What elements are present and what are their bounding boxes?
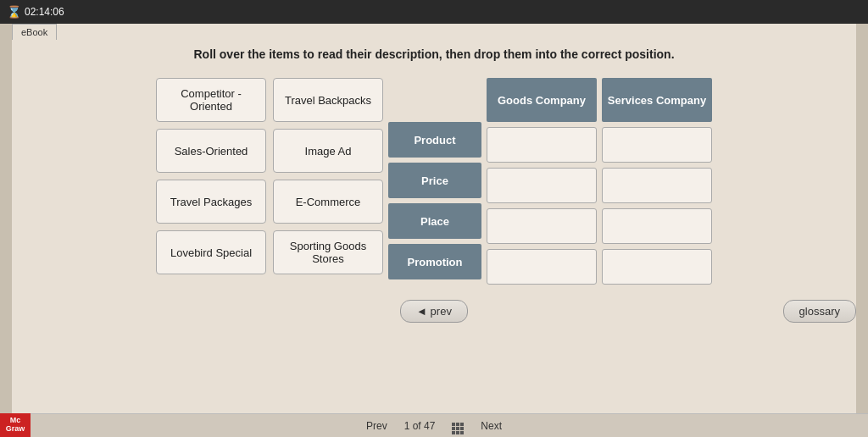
label-product: Product xyxy=(388,122,481,158)
drop-col-services: Services Company xyxy=(602,78,712,285)
drag-drop-area: Competitor - Oriented Sales-Oriented Tra… xyxy=(12,78,856,285)
drop-zone-goods-promotion[interactable] xyxy=(487,249,597,285)
source-item-e-commerce[interactable]: E-Commerce xyxy=(273,180,383,224)
drop-zone-services-place[interactable] xyxy=(602,208,712,244)
browser-next[interactable]: Next xyxy=(481,420,502,432)
drop-zone-services-product[interactable] xyxy=(602,127,712,163)
grid-icon-area xyxy=(452,417,464,434)
source-item-sporting-goods-stores[interactable]: Sporting Goods Stores xyxy=(273,230,383,274)
main-content: eBook Roll over the items to read their … xyxy=(12,24,856,413)
label-header-spacer xyxy=(388,78,481,122)
source-item-travel-backpacks[interactable]: Travel Backpacks xyxy=(273,78,383,122)
drop-zone-services-price[interactable] xyxy=(602,168,712,203)
label-price: Price xyxy=(388,163,481,198)
prev-button[interactable]: ◄ prev xyxy=(400,300,468,323)
label-promotion: Promotion xyxy=(388,244,481,279)
source-item-travel-packages[interactable]: Travel Packages xyxy=(156,180,266,224)
mcgraw-badge: McGraw xyxy=(0,413,31,437)
hourglass-icon: ⌛ xyxy=(7,5,21,19)
ebook-tab[interactable]: eBook xyxy=(12,24,57,40)
drop-zone-columns: Goods Company Services Company xyxy=(487,78,712,285)
drop-zone-services-promotion[interactable] xyxy=(602,249,712,285)
source-column-2: Travel Backpacks Image Ad E-Commerce Spo… xyxy=(273,78,383,274)
glossary-button[interactable]: glossary xyxy=(783,300,856,323)
source-column-1: Competitor - Oriented Sales-Oriented Tra… xyxy=(156,78,266,274)
drop-zone-goods-product[interactable] xyxy=(487,127,597,163)
browser-prev[interactable]: Prev xyxy=(366,420,387,432)
source-item-sales-oriented[interactable]: Sales-Oriented xyxy=(156,129,266,173)
drop-zone-goods-price[interactable] xyxy=(487,168,597,203)
label-place: Place xyxy=(388,203,481,239)
page-info: 1 of 47 xyxy=(404,420,436,432)
timer-display: 02:14:06 xyxy=(25,6,64,18)
bottom-nav: ◄ prev glossary xyxy=(12,300,856,323)
source-item-competitor-oriented[interactable]: Competitor - Oriented xyxy=(156,78,266,122)
drop-header-services: Services Company xyxy=(602,78,712,122)
instruction-text: Roll over the items to read their descri… xyxy=(12,32,856,69)
top-bar: ⌛ 02:14:06 xyxy=(0,0,868,24)
drop-col-goods: Goods Company xyxy=(487,78,597,285)
source-item-image-ad[interactable]: Image Ad xyxy=(273,129,383,173)
timer-area: ⌛ 02:14:06 xyxy=(7,5,64,19)
browser-bar: McGraw Prev 1 of 47 Next xyxy=(0,413,868,437)
drop-header-goods: Goods Company xyxy=(487,78,597,122)
drop-zone-goods-place[interactable] xyxy=(487,208,597,244)
label-column: Product Price Place Promotion xyxy=(388,78,481,285)
source-item-lovebird-special[interactable]: Lovebird Special xyxy=(156,230,266,274)
grid-icon xyxy=(452,423,464,434)
